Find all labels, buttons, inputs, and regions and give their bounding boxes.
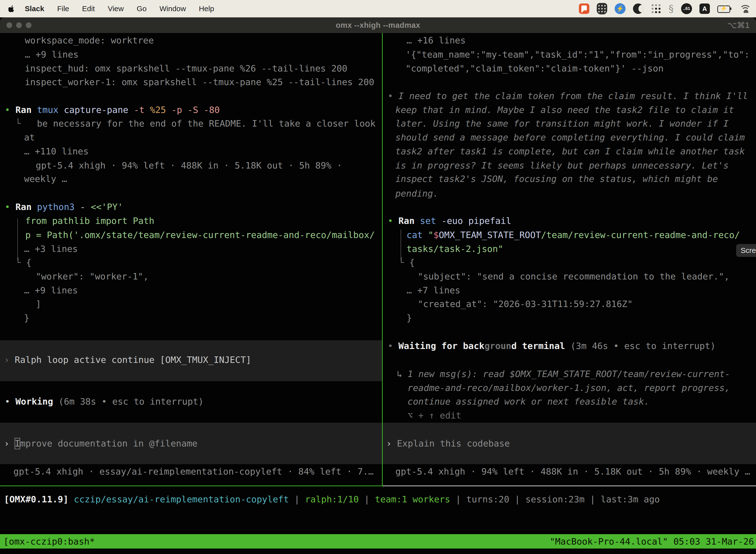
- text-segment: <<'PY': [91, 202, 123, 212]
- elision-line: … +110 lines: [24, 147, 88, 156]
- text-segment: (6m 38s • esc to interrupt): [59, 396, 204, 406]
- text-segment: I need to get the claim token from the c…: [398, 91, 748, 101]
- text-segment: from pathlib import Path: [25, 216, 154, 226]
- menu-item-slack[interactable]: Slack: [18, 4, 51, 13]
- tmux-host-clock-label: "MacBook-Pro-44.local" 05:03 31-Mar-26: [550, 536, 754, 547]
- text-segment: inspect task2's JSON, focusing on the st…: [395, 174, 718, 184]
- text-segment: gpt-5.4 xhigh · 94% left · 488K in · 5.1…: [395, 466, 750, 477]
- tree-guide-line: [400, 230, 401, 261]
- apple-menu-icon[interactable]: [8, 5, 15, 12]
- text-segment: "subject": "send a concise recommendatio…: [418, 271, 730, 281]
- window-title-bar[interactable]: omx --xhigh --madmax ⌥⌘1: [0, 17, 756, 33]
- model-status-line: gpt-5.4 xhigh · 94% left · 488K in · 5.1…: [395, 467, 750, 476]
- text-segment: %25: [150, 105, 171, 115]
- wifi-icon[interactable]: [739, 4, 751, 13]
- pane-border-bottom-left: [0, 486, 383, 486]
- count-badge-icon[interactable]: ..61: [681, 3, 692, 14]
- thinking-line: pending.: [395, 189, 438, 198]
- text-segment: └: [15, 118, 37, 128]
- text-segment: | turns:20 | session:23m | last:3m ago: [450, 494, 660, 504]
- battery-bolt-glyph: ⚡: [720, 5, 727, 12]
- text-segment: •: [5, 396, 15, 406]
- menu-item-go[interactable]: Go: [130, 4, 153, 13]
- text-segment: ›: [4, 438, 15, 448]
- window-shortcut-badge: ⌥⌘1: [728, 20, 750, 30]
- command-output-line: "subject": "send a concise recommendatio…: [418, 272, 730, 281]
- prompt-input-left[interactable]: › Improve documentation in @filename: [4, 439, 197, 448]
- script-line: p = Path('.omx/state/team/review-current…: [25, 231, 375, 239]
- text-segment: /team/review-current-readme-and-reco/: [541, 230, 740, 240]
- menu-item-help[interactable]: Help: [192, 4, 221, 13]
- text-segment: ralph:1/10: [305, 494, 359, 504]
- text-segment: capture-pane: [64, 105, 134, 115]
- text-segment: gpt-5.4 xhigh · essay/ai-reimplementatio…: [13, 466, 374, 477]
- text-segment: at: [24, 132, 35, 143]
- squiggle-icon[interactable]: §: [669, 3, 674, 14]
- text-segment: ⌥ + ↑ edit: [407, 410, 461, 421]
- letter-a-icon[interactable]: A: [699, 3, 710, 14]
- text-segment: {: [409, 258, 415, 268]
- text-segment: p = Path('.omx/state/team/review-current…: [25, 230, 375, 240]
- text-segment: ›: [4, 355, 15, 365]
- text-segment: {: [26, 258, 32, 268]
- moon-circle-icon[interactable]: [633, 3, 643, 14]
- ran-command-line: • Ran python3 - <<'PY': [5, 203, 123, 212]
- elision-line: … +9 lines: [24, 286, 78, 295]
- tmux-status-bar: [omx-cczip0:bash* "MacBook-Pro-44.local"…: [0, 534, 756, 549]
- command-output-line: └ be necessary for the end of the README…: [15, 119, 376, 128]
- pane-border-bottom-right: [383, 486, 756, 486]
- bolt-glyph: ⚡: [616, 5, 624, 12]
- menu-item-edit[interactable]: Edit: [76, 4, 102, 13]
- tree-guide-line: [17, 218, 18, 261]
- bolt-circle-icon[interactable]: ⚡: [615, 3, 626, 14]
- command-output-line: '{"team_name":"my-team","task_id":"1","f…: [405, 50, 750, 59]
- text-segment: 1 new msg(s): read $OMX_TEAM_STATE_ROOT/…: [407, 369, 730, 379]
- text-segment: -t: [134, 105, 150, 115]
- text-segment: ": [428, 230, 434, 240]
- text-segment: •: [5, 105, 15, 115]
- text-segment: OMX_TEAM_STATE_ROOT: [439, 230, 541, 240]
- chat-app-icon[interactable]: [579, 3, 589, 14]
- pane-divider-vertical[interactable]: [382, 33, 383, 486]
- text-segment: (3m 46s • esc to interrupt): [570, 341, 715, 351]
- thinking-line: inspect task2's JSON, focusing on the st…: [395, 174, 718, 183]
- menu-item-window[interactable]: Window: [153, 4, 192, 13]
- text-segment: inspect_worker-1: omx sparkshell --tmux-…: [25, 77, 374, 87]
- text-segment: d terminal: [511, 341, 570, 351]
- text-segment: -p -S -80: [171, 105, 220, 115]
- text-segment: └: [398, 258, 409, 268]
- config-line: inspect_worker-1: omx sparkshell --tmux-…: [25, 78, 374, 87]
- count-badge-label: ..61: [683, 6, 690, 11]
- screen-tooltip: Scre: [736, 244, 756, 257]
- terminal-area[interactable]: workspace_mode: worktree… +9 linesinspec…: [0, 33, 756, 554]
- waiting-status-line: • Waiting for background terminal (3m 46…: [388, 341, 715, 350]
- text-segment: … +16 lines: [406, 35, 465, 45]
- command-output-line: ]: [36, 299, 41, 309]
- keypad-shield-icon[interactable]: [597, 3, 607, 14]
- command-output-line: }: [24, 314, 29, 322]
- ran-command-line: • Ran set -euo pipefail: [388, 216, 511, 225]
- menu-bar-status-icons: ⚡ § ..61 A ⚡: [579, 3, 751, 14]
- text-segment: ]: [36, 299, 41, 309]
- text-segment: continue assigned work or next feasible …: [407, 396, 649, 406]
- omx-status-bar-line: [OMX#0.11.9] cczip/essay/ai-reimplementa…: [4, 495, 660, 504]
- window-title: omx --xhigh --madmax: [0, 21, 756, 30]
- text-segment: "created_at": "2026-03-31T11:59:27.816Z": [418, 299, 633, 309]
- squiggle-glyph: §: [669, 3, 674, 14]
- text-segment: team:1 workers: [375, 494, 450, 504]
- command-output-line: at: [24, 133, 35, 142]
- menu-item-view[interactable]: View: [101, 4, 130, 13]
- edit-hint-line: ⌥ + ↑ edit: [407, 411, 461, 420]
- menu-items: SlackFileEditViewGoWindowHelp: [18, 4, 220, 13]
- config-line: workspace_mode: worktree: [25, 36, 154, 45]
- command-output-line: gpt-5.4 xhigh · 94% left · 488K in · 5.1…: [36, 161, 342, 170]
- text-segment: }: [24, 313, 29, 323]
- mailbox-message-line: ↳ 1 new msg(s): read $OMX_TEAM_STATE_ROO…: [397, 370, 730, 379]
- battery-charging-icon[interactable]: ⚡: [717, 5, 732, 12]
- text-segment: -euo pipefail: [441, 216, 511, 226]
- command-output-line: }: [406, 314, 412, 322]
- menu-item-file[interactable]: File: [51, 4, 75, 13]
- prompt-input-right[interactable]: › Explain this codebase: [386, 439, 510, 448]
- text-segment: $: [433, 230, 439, 240]
- dots-grid-icon[interactable]: [651, 3, 661, 14]
